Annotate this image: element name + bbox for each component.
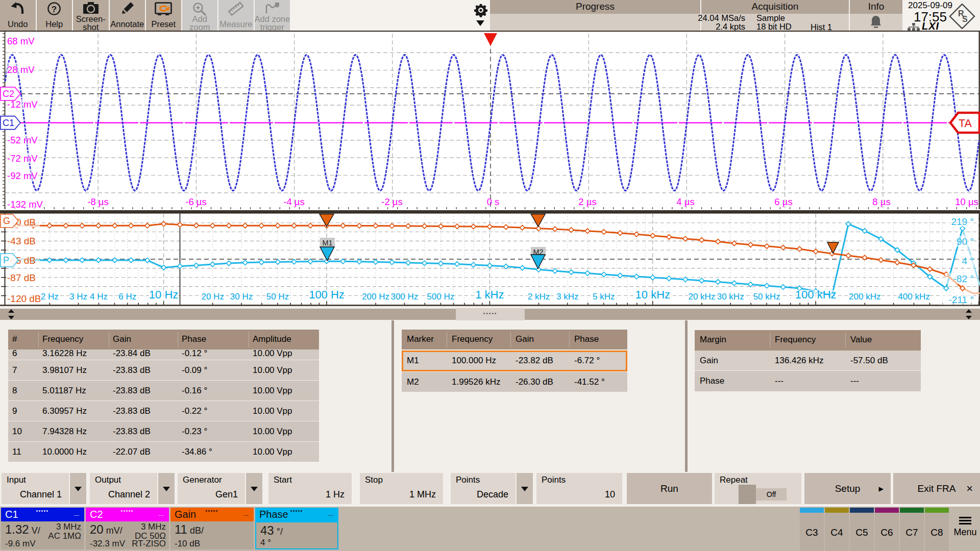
- svg-text:30 kHz: 30 kHz: [717, 292, 744, 302]
- svg-text:-6 µs: -6 µs: [185, 196, 207, 207]
- svg-text:100 kHz: 100 kHz: [795, 288, 837, 301]
- svg-text:10 kHz: 10 kHz: [635, 288, 670, 301]
- svg-text:2 Hz: 2 Hz: [41, 292, 59, 302]
- svg-text:C1: C1: [3, 118, 14, 128]
- svg-text:2 kHz: 2 kHz: [528, 292, 550, 302]
- svg-text:20 kHz: 20 kHz: [688, 292, 715, 302]
- svg-text:6 µs: 6 µs: [774, 196, 792, 207]
- svg-text:-43 dB: -43 dB: [7, 236, 36, 246]
- svg-text:4 µs: 4 µs: [676, 196, 694, 207]
- svg-text:200 Hz: 200 Hz: [362, 292, 389, 302]
- svg-text:8 µs: 8 µs: [872, 196, 890, 207]
- svg-text:?: ?: [52, 5, 57, 14]
- svg-text:200 kHz: 200 kHz: [849, 292, 880, 302]
- svg-text:0 s: 0 s: [487, 196, 500, 207]
- svg-text:-4 µs: -4 µs: [283, 196, 305, 207]
- svg-text:5 kHz: 5 kHz: [593, 292, 615, 302]
- svg-text:C2: C2: [3, 89, 14, 99]
- svg-text:TA: TA: [959, 117, 972, 130]
- svg-text:-52 mV: -52 mV: [7, 135, 38, 145]
- svg-text:3 kHz: 3 kHz: [556, 292, 578, 302]
- svg-text:20 Hz: 20 Hz: [201, 292, 224, 302]
- svg-text:300 Hz: 300 Hz: [390, 292, 418, 302]
- svg-text:4 Hz: 4 Hz: [90, 292, 108, 302]
- svg-text:-120 dB: -120 dB: [7, 293, 41, 304]
- svg-text:68 mV: 68 mV: [7, 36, 35, 46]
- svg-text:500 Hz: 500 Hz: [427, 292, 454, 302]
- svg-text:10 Hz: 10 Hz: [149, 288, 178, 301]
- svg-text:90 °: 90 °: [957, 236, 974, 247]
- svg-text:219 °: 219 °: [951, 216, 974, 227]
- svg-text:6 Hz: 6 Hz: [118, 292, 136, 302]
- svg-text:-87 dB: -87 dB: [7, 272, 36, 283]
- svg-text:10 µs: 10 µs: [955, 196, 978, 207]
- svg-text:50 Hz: 50 Hz: [266, 292, 289, 302]
- svg-text:100 Hz: 100 Hz: [309, 288, 345, 301]
- svg-text:3 Hz: 3 Hz: [69, 292, 87, 302]
- svg-text:50 kHz: 50 kHz: [753, 292, 780, 302]
- svg-text:1 kHz: 1 kHz: [475, 288, 504, 301]
- svg-text:-72 mV: -72 mV: [7, 153, 38, 164]
- svg-text:-211 °: -211 °: [949, 294, 974, 305]
- svg-text:28 mV: 28 mV: [7, 64, 35, 75]
- svg-text:-8 µs: -8 µs: [87, 196, 109, 207]
- svg-text:M1: M1: [322, 239, 332, 247]
- svg-text:-132 mV: -132 mV: [7, 199, 43, 210]
- svg-text:P: P: [3, 255, 9, 265]
- svg-text:30 Hz: 30 Hz: [230, 292, 253, 302]
- svg-text:-92 mV: -92 mV: [7, 170, 38, 181]
- svg-text:-2 µs: -2 µs: [381, 196, 403, 207]
- svg-text:400 kHz: 400 kHz: [898, 292, 929, 302]
- svg-text:-82 °: -82 °: [953, 273, 974, 284]
- svg-text:2 µs: 2 µs: [578, 196, 596, 207]
- svg-text:S: S: [962, 15, 968, 23]
- svg-text:4 °: 4 °: [962, 256, 974, 266]
- svg-text:G: G: [3, 216, 10, 226]
